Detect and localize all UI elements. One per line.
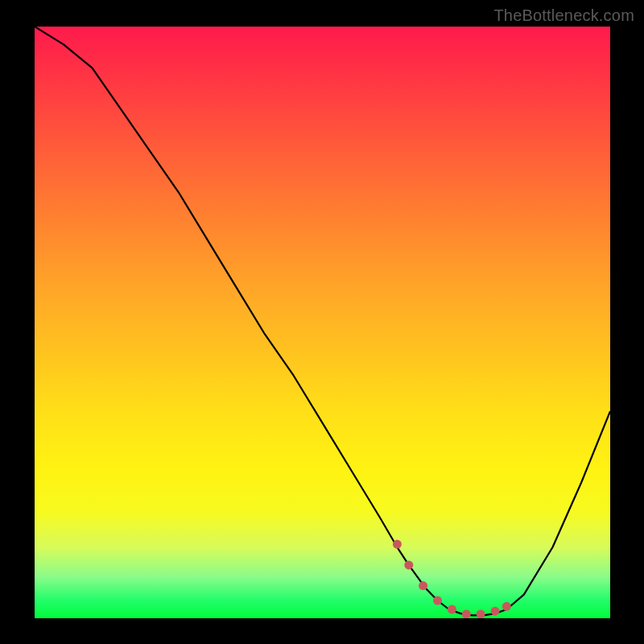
valley-marker — [448, 605, 456, 614]
valley-marker — [393, 540, 402, 549]
valley-marker — [419, 581, 427, 590]
valley-marker — [491, 607, 500, 616]
valley-marker — [433, 597, 442, 605]
valley-marker — [502, 602, 511, 611]
chart-plot-area — [35, 27, 610, 618]
chart-svg — [35, 27, 610, 618]
bottleneck-curve-line — [35, 27, 610, 615]
valley-marker — [404, 560, 413, 569]
valley-markers-group — [393, 540, 511, 618]
valley-marker — [477, 609, 485, 618]
watermark-text: TheBottleneck.com — [493, 6, 634, 25]
valley-marker — [462, 609, 471, 618]
